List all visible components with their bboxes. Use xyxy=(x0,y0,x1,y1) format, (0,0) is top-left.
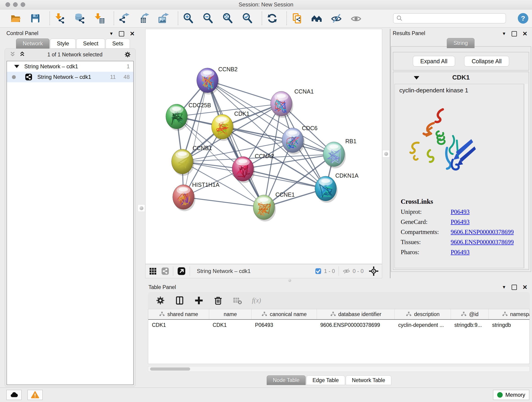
zoom-out-button[interactable] xyxy=(202,12,214,24)
table-cell[interactable]: 9606.ENSP00000378699 xyxy=(317,320,394,330)
control-tab-sets[interactable]: Sets xyxy=(106,38,130,49)
crosslink-link[interactable]: P06493 xyxy=(451,218,470,225)
toggle-columns-button[interactable] xyxy=(175,295,185,306)
results-panel-float-icon[interactable] xyxy=(512,31,517,36)
gene-section-header[interactable]: CDK1 xyxy=(393,72,529,83)
collection-expand-icon[interactable] xyxy=(14,65,19,70)
expand-all-button[interactable]: Expand All xyxy=(413,56,455,66)
cloud-status-button[interactable] xyxy=(6,390,22,400)
crosslink-link[interactable]: P06493 xyxy=(451,208,470,216)
warnings-button[interactable] xyxy=(27,390,43,400)
table-cell[interactable]: CDK1 xyxy=(148,320,209,330)
network-options-gear-icon[interactable] xyxy=(124,51,131,58)
column-header--id[interactable]: @id xyxy=(451,309,488,319)
function-builder-button[interactable]: f(x) xyxy=(252,295,262,306)
crosslink-link[interactable]: 9606.ENSP00000378699 xyxy=(451,239,514,246)
edge-HIST1H1A-CCNE1[interactable] xyxy=(184,197,264,207)
delete-table-button[interactable] xyxy=(232,295,242,306)
column-header-name[interactable]: name xyxy=(209,309,251,319)
results-panel-menu-icon[interactable]: ▼ xyxy=(502,31,506,36)
navigator-crosshair-icon[interactable] xyxy=(369,266,379,276)
open-session-button[interactable] xyxy=(10,12,22,24)
collapse-all-chevrons-icon[interactable] xyxy=(9,51,16,58)
table-cell[interactable]: stringdb xyxy=(488,320,530,330)
results-panel-close-icon[interactable]: ✕ xyxy=(522,31,527,37)
hidden-eye-icon[interactable] xyxy=(342,267,350,275)
import-table-from-file-button[interactable] xyxy=(94,12,105,24)
network-collection-row[interactable]: String Network – cdk1 1 xyxy=(7,61,133,72)
zoom-selected-button[interactable] xyxy=(241,12,253,24)
minimize-window-button[interactable] xyxy=(13,2,18,7)
table-cell[interactable]: CDK1 xyxy=(209,320,251,330)
table-cell[interactable]: stringdb:9... xyxy=(451,320,488,330)
export-image-button[interactable] xyxy=(158,12,170,24)
network-node-HIST1H1A[interactable]: HIST1H1A xyxy=(173,182,220,211)
zoom-window-button[interactable] xyxy=(21,2,25,7)
apply-preferred-layout-button[interactable] xyxy=(266,12,278,24)
table-panel-float-icon[interactable] xyxy=(512,285,517,290)
control-tab-network[interactable]: Network xyxy=(16,38,50,49)
crosslink-link[interactable]: 9606.ENSP00000378699 xyxy=(451,229,514,236)
table-row[interactable]: CDK1CDK1P064939606.ENSP00000378699cyclin… xyxy=(148,320,530,330)
control-tab-select[interactable]: Select xyxy=(76,38,105,49)
network-canvas[interactable]: CCNB2CCNA1CDC25BCDK1CDC6RB1CCNB1CCNA2CDK… xyxy=(145,29,382,264)
table-tab-node-table[interactable]: Node Table xyxy=(267,375,306,385)
scrollbar-thumb[interactable] xyxy=(150,367,190,370)
left-splitter[interactable] xyxy=(138,29,145,387)
selected-checkbox-icon[interactable] xyxy=(315,268,322,274)
network-node-CDKN1A[interactable]: CDKN1A xyxy=(315,172,359,203)
copy-network-button[interactable] xyxy=(291,12,303,24)
table-panel-close-icon[interactable]: ✕ xyxy=(522,284,527,290)
right-splitter[interactable] xyxy=(382,29,390,282)
zoom-in-button[interactable] xyxy=(182,12,194,24)
memory-button[interactable]: Memory xyxy=(493,390,529,400)
table-tab-edge-table[interactable]: Edge Table xyxy=(306,375,345,385)
save-session-button[interactable] xyxy=(29,12,41,24)
horizontal-splitter-handle[interactable] xyxy=(288,279,291,282)
edge-CCNB2-CCNE1[interactable] xyxy=(207,80,264,207)
add-column-button[interactable] xyxy=(194,295,204,306)
show-all-button[interactable] xyxy=(350,12,362,24)
import-network-from-file-button[interactable] xyxy=(54,12,66,24)
help-button[interactable]: ? xyxy=(518,13,528,24)
first-neighbors-button[interactable] xyxy=(311,12,323,24)
delete-column-button[interactable] xyxy=(213,295,223,306)
export-network-button[interactable] xyxy=(118,12,130,24)
import-network-from-database-button[interactable] xyxy=(74,12,86,24)
grid-view-icon[interactable] xyxy=(149,267,157,275)
float-panel-icon[interactable] xyxy=(119,31,124,36)
column-header-shared-name[interactable]: shared name xyxy=(148,309,209,319)
network-node-RB1[interactable]: RB1 xyxy=(323,138,356,168)
close-window-button[interactable] xyxy=(6,2,10,7)
table-panel-menu-icon[interactable]: ▼ xyxy=(502,285,506,290)
expand-all-chevrons-icon[interactable] xyxy=(19,51,26,58)
network-node-CCNB2[interactable]: CCNB2 xyxy=(197,66,238,95)
close-panel-icon[interactable]: ✕ xyxy=(130,31,135,37)
export-table-button[interactable] xyxy=(138,12,150,24)
column-header-database-identifier[interactable]: database identifier xyxy=(317,309,394,319)
edge-CCNA2-CDKN1A[interactable] xyxy=(243,169,326,189)
table-tab-network-table[interactable]: Network Table xyxy=(346,375,391,385)
network-node-CDC25B[interactable]: CDC25B xyxy=(166,102,211,131)
left-splitter-handle[interactable] xyxy=(138,204,145,212)
tab-string[interactable]: String xyxy=(447,38,475,48)
crosslink-link[interactable]: P06493 xyxy=(451,249,470,256)
network-node-CCNA1[interactable]: CCNA1 xyxy=(271,88,314,118)
hide-selected-button[interactable] xyxy=(330,12,342,24)
right-splitter-handle[interactable] xyxy=(382,150,390,157)
network-view-mode-icon[interactable] xyxy=(161,267,169,275)
zoom-fit-content-button[interactable] xyxy=(222,12,234,24)
detach-view-icon[interactable] xyxy=(177,267,186,276)
table-cell[interactable]: cyclin-dependent ... xyxy=(394,320,451,330)
network-row[interactable]: String Network – cdk1 11 48 xyxy=(7,72,133,82)
control-tab-style[interactable]: Style xyxy=(50,38,76,49)
column-header-description[interactable]: description xyxy=(394,309,451,319)
table-horizontal-scrollbar[interactable] xyxy=(148,366,530,372)
gene-section-scrollbar[interactable] xyxy=(524,84,528,268)
network-node-CCNE1[interactable]: CCNE1 xyxy=(253,191,295,222)
column-header-canonical-name[interactable]: canonical name xyxy=(251,309,317,319)
search-input[interactable] xyxy=(404,15,503,22)
network-node-CDC6[interactable]: CDC6 xyxy=(282,125,317,154)
table-settings-button[interactable] xyxy=(155,295,165,306)
column-header-namespace[interactable]: namespace xyxy=(488,309,530,319)
